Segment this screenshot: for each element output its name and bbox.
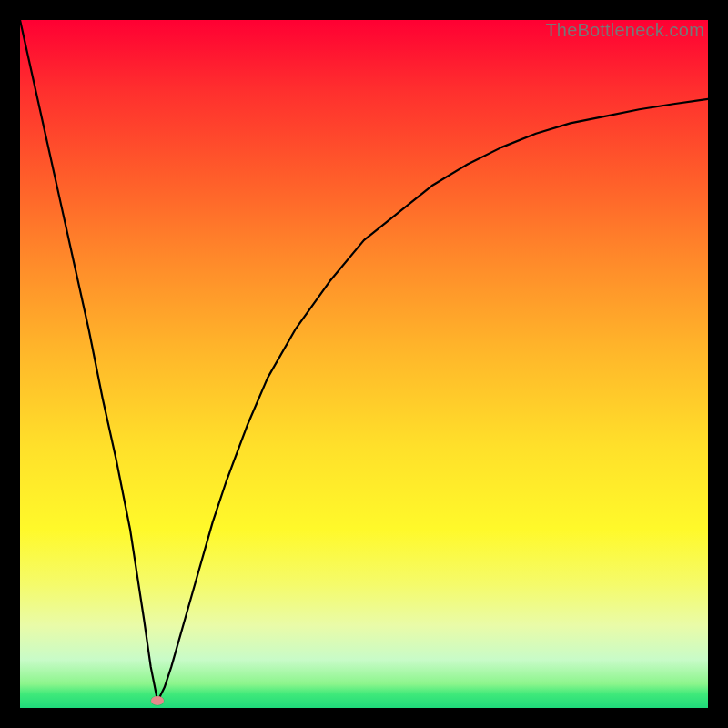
- plot-area: TheBottleneck.com: [20, 20, 708, 708]
- curve-path: [20, 20, 708, 701]
- optimal-marker: [151, 696, 164, 705]
- chart-frame: TheBottleneck.com: [0, 0, 728, 728]
- bottleneck-curve: [20, 20, 708, 708]
